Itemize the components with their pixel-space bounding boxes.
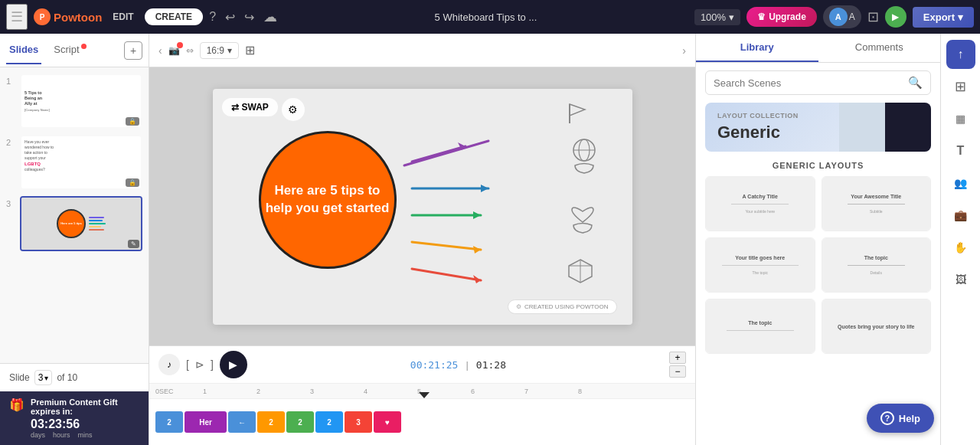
edit-label[interactable]: EDIT <box>108 10 138 24</box>
music-button[interactable]: ♪ <box>158 354 180 375</box>
timeline-ruler: 0SEC 1 2 3 4 5 6 7 8 <box>149 384 695 399</box>
track-item[interactable]: ← <box>228 411 256 433</box>
avatar-group[interactable]: A A <box>823 5 861 28</box>
layout-card-sub: The topic <box>752 270 768 275</box>
upload-button[interactable]: ↑ <box>946 40 975 69</box>
slide-edit-icon: ✎ <box>128 240 139 248</box>
arrow-icon: ⇔ <box>186 45 194 56</box>
layouts-button[interactable]: ⊞ <box>946 72 975 101</box>
swap-button[interactable]: ⇄ SWAP <box>222 98 278 116</box>
chevron-down-icon: ▾ <box>44 374 48 382</box>
mins-label: mins <box>78 431 93 439</box>
slide-number: 3 <box>6 196 15 208</box>
help-icon[interactable]: ? <box>209 10 216 24</box>
layout-card-title: A Catchy Title <box>743 194 778 199</box>
list-item[interactable]: 2 Have you ever wondered how to take act… <box>6 135 142 190</box>
slide-number: 1 <box>6 74 15 86</box>
track-item[interactable]: 2 <box>315 411 343 433</box>
svg-marker-6 <box>473 211 481 219</box>
layout-card[interactable]: A Catchy Title Your subtitle here <box>705 176 815 231</box>
svg-marker-4 <box>481 185 488 192</box>
undo-button[interactable]: ↩ <box>222 8 238 26</box>
days-label: days <box>31 431 45 439</box>
slide-number-selector[interactable]: 3 ▾ <box>34 370 53 385</box>
zoom-in-button[interactable]: + <box>669 352 686 364</box>
grid-view-button[interactable]: ⊞ <box>245 43 255 57</box>
list-item[interactable]: 1 5 Tips to Being an Ally at [Company Na… <box>6 74 142 129</box>
zoom-control[interactable]: 100% ▾ <box>694 9 740 25</box>
upgrade-button[interactable]: ♛ Upgrade <box>746 7 817 27</box>
right-panel-tabs: Library Comments <box>696 34 940 63</box>
redo-button[interactable]: ↪ <box>241 8 257 26</box>
add-slide-button[interactable]: + <box>124 41 142 60</box>
tab-comments[interactable]: Comments <box>818 34 941 62</box>
layout-card-preview: Your title goes here The topic <box>706 238 815 292</box>
presentation-title[interactable]: 5 Whiteboard Tips to ... <box>283 11 688 23</box>
track-item[interactable]: 2 <box>257 411 285 433</box>
layouts-icon: ⊞ <box>955 78 966 95</box>
track-item[interactable]: 2 <box>286 411 314 433</box>
list-item[interactable]: 3 Here are 5 tips <box>6 196 142 251</box>
tab-library[interactable]: Library <box>696 34 818 62</box>
patterns-button[interactable]: ▦ <box>946 104 975 133</box>
track-item[interactable]: Her <box>185 411 227 433</box>
video-mode-button[interactable]: 📷 <box>168 45 180 56</box>
library-content: LAYOUT COLLECTION Generic GENERIC LAYOUT… <box>696 103 940 445</box>
layout-collection-card[interactable]: LAYOUT COLLECTION Generic <box>705 103 931 152</box>
aspect-ratio-selector[interactable]: 16:9 ▾ <box>200 42 239 59</box>
search-icon[interactable]: 🔍 <box>908 76 923 90</box>
bracket-play-icon[interactable]: ⊳ <box>195 358 204 371</box>
search-scenes-input[interactable] <box>714 77 903 89</box>
bracket-left-icon[interactable]: [ <box>186 358 189 371</box>
zoom-out-button[interactable]: − <box>669 365 686 378</box>
total-duration: 01:28 <box>476 359 506 371</box>
slide-thumbnail[interactable]: 5 Tips to Being an Ally at [Company Name… <box>20 74 142 129</box>
slide-canvas[interactable]: ⇄ SWAP ⚙ Here are 5 tips to help you get… <box>213 89 632 325</box>
export-button[interactable]: Export ▾ <box>913 7 974 28</box>
settings-button[interactable]: ⚙ <box>282 98 305 121</box>
image-icon: 🖼 <box>956 273 966 286</box>
cloud-save-icon[interactable]: ☁ <box>263 8 277 25</box>
text-button[interactable]: T <box>946 136 975 165</box>
create-button[interactable]: CREATE <box>145 8 203 25</box>
layout-preview-dark <box>885 103 931 152</box>
layout-card-preview: The topic Details <box>822 238 931 292</box>
layout-card[interactable]: The topic Details <box>822 237 932 293</box>
ratio-arrow-icon: ▾ <box>227 45 232 56</box>
layout-preview <box>839 103 931 152</box>
main-circle[interactable]: Here are 5 tips to help you get started <box>259 131 397 269</box>
search-bar: 🔍 <box>696 63 940 103</box>
track-item[interactable]: 3 <box>345 411 372 433</box>
layout-card[interactable]: Your Awesome Title Subtitle <box>822 176 932 231</box>
assets-button[interactable]: 💼 <box>946 201 975 230</box>
watermark-text: CREATED USING POWTOON <box>524 303 609 310</box>
layout-card[interactable]: Your title goes here The topic <box>705 237 815 293</box>
svg-line-0 <box>412 146 466 162</box>
svg-marker-8 <box>473 246 481 254</box>
help-button[interactable]: ? Help <box>867 404 934 433</box>
slide-label: Slide <box>9 372 30 383</box>
play-button[interactable]: ▶ <box>885 6 906 28</box>
people-button[interactable]: 👥 <box>946 169 975 198</box>
track-item[interactable]: ♥ <box>374 411 401 433</box>
timeline-area: ♪ [ ⊳ ] ▶ 00:21:25 | 01:28 + − 0SEC 1 2 <box>149 345 695 445</box>
slide-thumbnail[interactable]: Have you ever wondered how to take actio… <box>20 135 142 190</box>
canvas-prev-button[interactable]: ‹ <box>158 44 162 57</box>
gestures-button[interactable]: ✋ <box>946 233 975 262</box>
slides-footer: Slide 3 ▾ of 10 <box>0 363 149 391</box>
layout-card[interactable]: The topic <box>705 299 815 354</box>
slide-thumbnail-active[interactable]: Here are 5 tips ✎ <box>20 196 142 251</box>
canvas-next-button[interactable]: › <box>682 44 686 57</box>
tab-script[interactable]: Script <box>51 36 89 64</box>
presenter-mode-icon[interactable]: ⊡ <box>867 8 879 25</box>
images-button[interactable]: 🖼 <box>946 265 975 294</box>
export-arrow-icon: ▾ <box>958 11 963 23</box>
timeline-play-button[interactable]: ▶ <box>220 351 247 378</box>
track-item[interactable]: 2 <box>155 411 183 433</box>
bracket-right-icon[interactable]: ] <box>211 358 214 371</box>
ruler-mark-2: 2 <box>256 388 260 395</box>
tab-slides[interactable]: Slides <box>6 36 41 64</box>
hamburger-menu-button[interactable]: ☰ <box>6 4 28 30</box>
svg-line-2 <box>404 141 488 165</box>
layout-card[interactable]: Quotes bring your story to life <box>822 299 932 354</box>
